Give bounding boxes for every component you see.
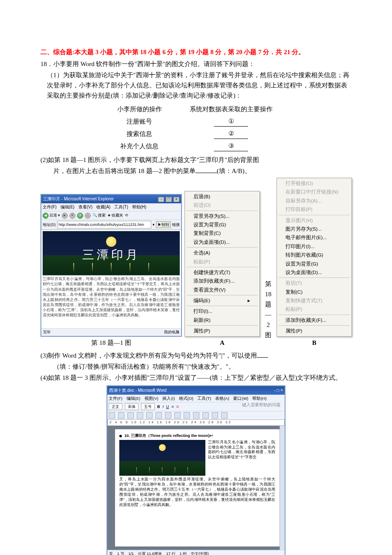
santan-banner-image[interactable]: 三潭印月	[43, 231, 180, 275]
menu-item[interactable]: 后退(B)	[185, 192, 259, 201]
menu-view[interactable]: 查看(V)	[78, 205, 92, 209]
zoom-icon[interactable]	[221, 412, 228, 419]
word-document[interactable]: 10. 三潭印月（Three pools reflecting the moon…	[115, 429, 280, 546]
redo-icon[interactable]	[202, 412, 209, 419]
menu-item[interactable]: 打印(I)...	[185, 307, 259, 315]
menu-item[interactable]: 设置为背景(G)	[277, 260, 352, 268]
preview-icon[interactable]	[146, 412, 153, 419]
save-icon[interactable]	[127, 412, 134, 419]
help-hint[interactable]: 键入需要帮助的问题	[242, 402, 280, 408]
word-santan-image[interactable]	[119, 440, 205, 476]
context-menu-a[interactable]: 后退(B)前进(O)背景另存为(S)...设置为背景(G)复制背景(C)设为桌面…	[184, 191, 260, 337]
menu-view[interactable]: 视图(V)	[144, 396, 159, 401]
menu-tools[interactable]: 工具(T)	[197, 396, 211, 401]
menu-item[interactable]: 编码(E)▸	[185, 296, 259, 305]
word-format-toolbar[interactable]: 正文 宋体 五号 B I U ≡ A	[107, 402, 242, 411]
menu-item[interactable]: 设置为背景(G)	[185, 220, 259, 229]
window-buttons[interactable]: - □ ×	[274, 387, 283, 394]
underline-icon[interactable]: U	[166, 404, 169, 410]
menu-item[interactable]: 刷新(R)	[185, 316, 259, 324]
menu-item[interactable]: 添加到收藏夹(F)...	[277, 316, 352, 324]
addr-dropdown-icon[interactable]: ▾	[153, 222, 155, 228]
menu-item[interactable]: 电子邮件图片(E)...	[277, 233, 352, 242]
menu-item[interactable]: 创建快捷方式(T)	[185, 268, 259, 277]
bold-icon[interactable]: B	[157, 404, 160, 410]
history-icon[interactable]: ⟲	[125, 212, 128, 218]
links-label[interactable]: 链接	[172, 222, 180, 228]
menu-table[interactable]: 表格(A)	[215, 396, 229, 401]
window-buttons[interactable]: - □ ×	[158, 196, 179, 202]
size-select[interactable]: 五号	[141, 403, 155, 410]
menu-help[interactable]: 帮助(H)	[132, 205, 147, 209]
menu-file[interactable]: 文件(F)	[43, 205, 57, 209]
ie-addressbar[interactable]: 地址(D) http://www.chinalv.com/tuku/xihulv…	[41, 220, 181, 229]
go-button[interactable]: ▶转到	[156, 221, 171, 228]
menu-edit[interactable]: 编辑(E)	[127, 396, 141, 401]
stop-icon[interactable]: ✕	[69, 213, 75, 219]
refresh-icon[interactable]: ⟳	[77, 213, 83, 219]
menu-fav[interactable]: 收藏(A)	[96, 205, 110, 209]
menu-help[interactable]: 帮助(H)	[252, 396, 266, 401]
font-select[interactable]: 宋体	[125, 403, 138, 410]
menu-item[interactable]: 设为桌面项(D)...	[185, 238, 259, 246]
maximize-icon[interactable]: □	[277, 388, 279, 393]
star-icon[interactable]: ★	[107, 212, 111, 218]
ie-menubar[interactable]: 文件(F) 编辑(E) 查看(V) 收藏(A) 工具(T) 帮助(H)	[41, 203, 181, 211]
back-icon[interactable]: ◄	[43, 213, 49, 219]
menu-window[interactable]: 窗口(W)	[233, 396, 248, 401]
minimize-icon[interactable]: -	[158, 197, 164, 202]
copy-icon[interactable]	[174, 412, 181, 419]
menu-item[interactable]: 转到图片收藏(G)	[277, 251, 352, 259]
italic-icon[interactable]: I	[163, 404, 164, 410]
search-label[interactable]: 搜索	[98, 212, 106, 218]
menu-edit[interactable]: 编辑(E)	[61, 205, 75, 209]
menu-format[interactable]: 格式(O)	[179, 396, 193, 401]
maximize-icon[interactable]: □	[166, 197, 172, 202]
address-input[interactable]: http://www.chinalv.com/tuku/xihulvyou/11…	[57, 221, 152, 228]
cut-icon[interactable]	[165, 412, 171, 419]
new-icon[interactable]	[109, 412, 115, 419]
q18-1-inner: （1）为获取某旅游论坛中关于"西湖十景"的资料，小李注册了账号并登录，然后在论坛…	[47, 70, 352, 101]
menu-file[interactable]: 文件(F)	[109, 396, 122, 401]
word-menubar[interactable]: 文件(F) 编辑(E) 视图(V) 插入(I) 格式(O) 工具(T) 表格(A…	[107, 395, 285, 402]
print-icon[interactable]	[137, 412, 143, 419]
menu-item[interactable]: 全选(A)	[185, 249, 259, 257]
fig1-caption: 第 18 题—1 图	[40, 338, 182, 348]
search-icon[interactable]: 🔍	[92, 212, 97, 218]
forward-icon[interactable]: ►	[62, 213, 68, 219]
menu-item[interactable]: 查看源文件(V)	[185, 286, 259, 294]
menu-item[interactable]: 复制背景(C)	[185, 229, 259, 237]
align-left-icon[interactable]: ≡	[172, 404, 174, 410]
vertical-scrollbar[interactable]	[280, 426, 285, 550]
menu-insert[interactable]: 插入(I)	[162, 396, 175, 401]
menu-item[interactable]: 属性(P)	[277, 327, 352, 335]
ie-toolbar[interactable]: ◄后退 ▾ ► ✕ ⟳ ⌂ 🔍搜索 ★收藏夹 ⟲	[41, 211, 181, 219]
back-label[interactable]: 后退	[49, 212, 57, 218]
table-icon[interactable]	[212, 412, 218, 419]
home-icon[interactable]: ⌂	[85, 213, 91, 219]
spell-icon[interactable]	[156, 412, 162, 419]
context-menu-b[interactable]: 打开链接(O)在新窗口中打开链接(N)目标另存为(A)...打印目标(P)显示图…	[277, 178, 352, 337]
menu-item[interactable]: 添加到收藏夹(F)...	[185, 277, 259, 285]
menu-item[interactable]: 设为桌面项(D)...	[277, 268, 352, 277]
close-icon[interactable]: ×	[280, 388, 283, 393]
word-standard-toolbar[interactable]	[107, 411, 285, 419]
menu-tools[interactable]: 工具(T)	[114, 205, 128, 209]
style-select[interactable]: 正文	[109, 403, 122, 410]
menu-item[interactable]: 背景另存为(S)...	[185, 212, 259, 220]
paste-icon[interactable]	[184, 412, 190, 419]
menu-item[interactable]: 复制(C)	[277, 288, 352, 296]
fav-label[interactable]: 收藏夹	[112, 212, 123, 218]
menu-item[interactable]: 打印图片(I)...	[277, 242, 352, 251]
menu-item-label: 复制(C)	[285, 288, 303, 296]
font-color-icon[interactable]: A	[176, 404, 179, 410]
close-icon[interactable]: ×	[173, 197, 179, 202]
menu-item[interactable]: 属性(P)	[185, 327, 259, 335]
menu-item-label: 设置为背景(G)	[285, 260, 318, 268]
minimize-icon[interactable]: -	[274, 388, 275, 393]
open-icon[interactable]	[118, 412, 124, 419]
undo-icon[interactable]	[193, 412, 199, 419]
word-ruler[interactable]: 2 4 6 8 10 12 14 16 18 20 22 24 26 28 30…	[107, 419, 285, 426]
word-page-area[interactable]: 10. 三潭印月（Three pools reflecting the moon…	[107, 426, 285, 550]
menu-item[interactable]: 图片另存为(S)...	[277, 225, 352, 233]
